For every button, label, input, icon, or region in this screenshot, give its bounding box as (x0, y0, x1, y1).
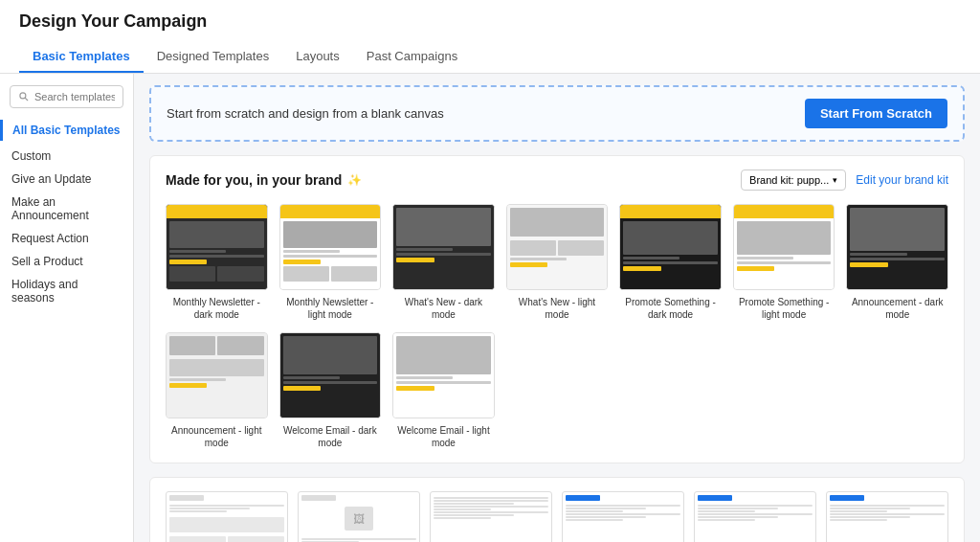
template-label: Welcome Email - light mode (392, 424, 495, 449)
start-from-scratch-button[interactable]: Start From Scratch (805, 99, 947, 128)
brand-templates-section: Made for you, in your brand ✨ Brand kit:… (149, 155, 965, 463)
scratch-text: Start from scratch and design from a bla… (167, 106, 444, 121)
page-title: Design Your Campaign (19, 11, 961, 32)
template-announcement-dark[interactable]: Announcement - dark mode (846, 204, 948, 321)
template-label: Promote Something - light mode (733, 296, 835, 321)
section-header: Made for you, in your brand ✨ Brand kit:… (166, 169, 948, 191)
template-promote-dark[interactable]: Promote Something - dark mode (619, 204, 722, 321)
sidebar-item-holidays[interactable]: Holidays and seasons (0, 273, 133, 309)
sidebar: All Basic Templates Custom Give an Updat… (0, 74, 134, 542)
template-label: Welcome Email - dark mode (279, 424, 382, 449)
sidebar-item-announcement[interactable]: Make an Announcement (0, 191, 133, 227)
content-area: Start from scratch and design from a bla… (134, 74, 980, 542)
tab-layouts[interactable]: Layouts (282, 41, 353, 73)
bottom-template-1[interactable] (166, 491, 288, 542)
search-box[interactable] (10, 85, 123, 108)
bottom-template-6[interactable] (826, 491, 948, 542)
template-whats-new-light[interactable]: What's New - light mode (506, 204, 609, 321)
svg-line-1 (25, 98, 28, 101)
tab-past-campaigns[interactable]: Past Campaigns (353, 41, 471, 73)
main-layout: All Basic Templates Custom Give an Updat… (0, 74, 980, 542)
template-welcome-dark[interactable]: Welcome Email - dark mode (279, 332, 382, 449)
template-label: Promote Something - dark mode (619, 296, 722, 321)
tab-designed-templates[interactable]: Designed Templates (144, 41, 283, 73)
template-label: Monthly Newsletter - dark mode (166, 296, 268, 321)
sidebar-item-request-action[interactable]: Request Action (0, 227, 133, 250)
template-whats-new-dark[interactable]: What's New - dark mode (392, 204, 495, 321)
tab-basic-templates[interactable]: Basic Templates (19, 41, 144, 73)
template-label: What's New - light mode (506, 296, 609, 321)
scratch-banner: Start from scratch and design from a bla… (149, 85, 965, 142)
sidebar-section-label: All Basic Templates (0, 120, 133, 141)
bottom-template-3[interactable] (430, 491, 552, 542)
template-label: Monthly Newsletter - light mode (279, 296, 382, 321)
template-promote-light[interactable]: Promote Something - light mode (733, 204, 835, 321)
bottom-template-4[interactable] (562, 491, 684, 542)
template-label: What's New - dark mode (392, 296, 495, 321)
brand-kit-selector: Brand kit: pupp... ▾ Edit your brand kit (741, 169, 948, 191)
sparkle-icon: ✨ (347, 173, 362, 187)
chevron-down-icon: ▾ (833, 175, 837, 185)
brand-templates-row1: Monthly Newsletter - dark mode (166, 204, 948, 321)
bottom-template-2[interactable]: 🖼 (298, 491, 420, 542)
brand-kit-button[interactable]: Brand kit: pupp... ▾ (741, 169, 846, 191)
search-input[interactable] (34, 91, 115, 102)
bottom-template-5[interactable] (694, 491, 816, 542)
sidebar-item-custom[interactable]: Custom (0, 145, 133, 168)
template-announcement-light[interactable]: Announcement - light mode (166, 332, 268, 449)
edit-brand-kit-link[interactable]: Edit your brand kit (856, 173, 948, 187)
brand-templates-row2: Announcement - light mode (166, 332, 948, 449)
template-label: Announcement - light mode (166, 424, 268, 449)
search-icon (18, 91, 30, 102)
header: Design Your Campaign Basic Templates Des… (0, 0, 980, 74)
sidebar-item-give-update[interactable]: Give an Update (0, 168, 133, 191)
brand-kit-label: Brand kit: pupp... (749, 174, 829, 186)
template-label: Announcement - dark mode (846, 296, 948, 321)
section-title: Made for you, in your brand ✨ (166, 172, 362, 188)
template-monthly-newsletter-light[interactable]: Monthly Newsletter - light mode (279, 204, 382, 321)
template-welcome-light[interactable]: Welcome Email - light mode (392, 332, 495, 449)
sidebar-item-sell-product[interactable]: Sell a Product (0, 250, 133, 273)
tab-bar: Basic Templates Designed Templates Layou… (19, 41, 961, 73)
template-monthly-newsletter-dark[interactable]: Monthly Newsletter - dark mode (166, 204, 268, 321)
bottom-templates-grid: 🖼 (166, 491, 948, 542)
bottom-templates-section: 🖼 (149, 477, 965, 542)
